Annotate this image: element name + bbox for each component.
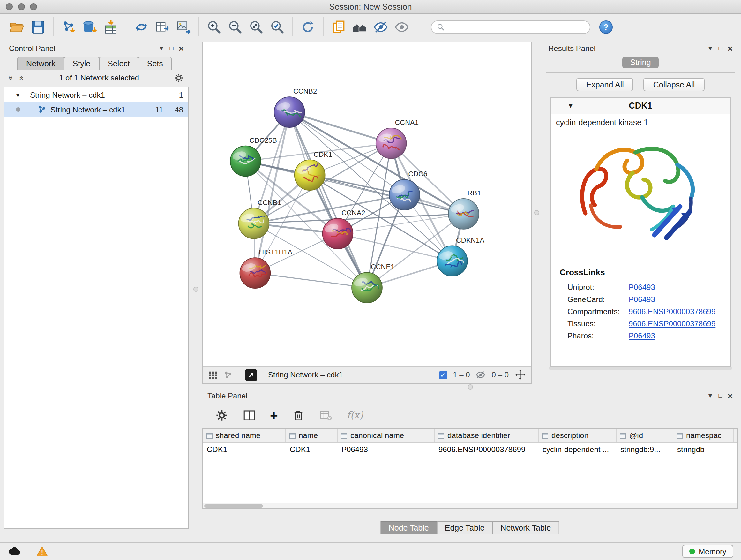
tab-network-table[interactable]: Network Table — [492, 521, 559, 535]
birds-eye-view-button[interactable] — [245, 369, 257, 381]
results-scrollbar[interactable] — [549, 367, 732, 370]
trash-icon[interactable] — [292, 408, 306, 422]
eye-icon — [394, 19, 410, 35]
column-header--id[interactable]: @id — [616, 429, 673, 442]
main-area: Control Panel ▼ □ × NetworkStyleSelectSe… — [0, 40, 741, 542]
column-header-canonical-name[interactable]: canonical name — [338, 429, 434, 442]
show-hidden-button[interactable] — [391, 17, 412, 37]
tree-expand-icon[interactable]: ▼ — [13, 91, 22, 98]
crosslink-link[interactable]: P06493 — [629, 331, 655, 340]
gene-section-header[interactable]: ▼ CDK1 — [551, 98, 730, 114]
section-expand-icon[interactable]: ▼ — [567, 102, 574, 109]
tab-edge-table[interactable]: Edge Table — [436, 521, 493, 535]
panel-close-icon[interactable]: × — [728, 391, 733, 400]
import-network-file-button[interactable] — [58, 17, 79, 37]
grid-view-icon[interactable] — [208, 370, 218, 380]
panel-menu-icon[interactable]: ▼ — [158, 45, 165, 52]
minimize-window-button[interactable] — [18, 3, 25, 10]
panel-float-icon[interactable]: □ — [719, 45, 723, 52]
network-view-icon[interactable] — [223, 370, 233, 380]
gear-icon[interactable] — [174, 73, 184, 83]
crosslink-link[interactable]: P06493 — [629, 283, 655, 292]
column-header-description[interactable]: description — [539, 429, 616, 442]
crosslink-link[interactable]: P06493 — [629, 295, 655, 304]
panel-menu-icon[interactable]: ▼ — [707, 393, 714, 399]
column-label: name — [299, 431, 318, 440]
crosslink-link[interactable]: 9606.ENSP00000378699 — [629, 307, 716, 316]
curved-arrows-icon — [133, 19, 149, 35]
zoom-selected-button[interactable] — [267, 17, 288, 37]
zoom-in-button[interactable] — [204, 17, 225, 37]
memory-button[interactable]: Memory — [682, 545, 733, 558]
cloud-icon[interactable] — [8, 544, 22, 558]
selected-checkbox[interactable]: ✓ — [439, 371, 447, 379]
close-window-button[interactable] — [6, 3, 13, 10]
network-node-ccnb2[interactable]: CCNB2 — [274, 87, 317, 127]
crosslink-link[interactable]: 9606.ENSP00000378699 — [629, 319, 716, 328]
zoom-window-button[interactable] — [30, 3, 37, 10]
collapse-all-button[interactable]: Collapse All — [644, 78, 704, 91]
network-collection-row[interactable]: ▼ String Network – cdk1 1 — [4, 87, 188, 102]
hide-unhide-button[interactable] — [370, 17, 391, 37]
expand-all-icon[interactable]: » — [6, 76, 16, 80]
panel-float-icon[interactable]: □ — [170, 45, 174, 52]
network-icon — [37, 105, 47, 114]
gear-icon[interactable] — [215, 408, 228, 422]
panel-menu-icon[interactable]: ▼ — [707, 45, 714, 52]
tab-network[interactable]: Network — [17, 57, 64, 70]
hidden-eye-icon[interactable] — [476, 370, 486, 380]
expand-all-button[interactable]: Expand All — [577, 78, 633, 91]
network-node-cdc25b[interactable]: CDC25B — [230, 136, 277, 177]
tab-sets[interactable]: Sets — [138, 57, 172, 70]
network-node-hist1h1a[interactable]: HIST1H1A — [240, 248, 293, 288]
results-panel-header: Results Panel ▼ □ × — [543, 42, 738, 56]
main-toolbar: ? — [0, 14, 741, 40]
open-session-button[interactable] — [6, 17, 27, 37]
network-node-rb1[interactable]: RB1 — [448, 189, 481, 229]
session-home-button[interactable] — [349, 17, 370, 37]
help-button[interactable]: ? — [599, 20, 613, 34]
add-column-button[interactable]: + — [270, 408, 278, 422]
import-network-database-button[interactable] — [79, 17, 100, 37]
pan-move-icon[interactable] — [515, 369, 526, 381]
network-edge[interactable] — [255, 273, 367, 288]
search-input[interactable] — [448, 22, 585, 31]
zoom-out-button[interactable] — [225, 17, 246, 37]
splitter-handle[interactable] — [534, 210, 539, 215]
tab-string[interactable]: String — [622, 57, 658, 68]
tab-select[interactable]: Select — [98, 57, 139, 70]
panel-close-icon[interactable]: × — [179, 44, 184, 53]
clone-network-button[interactable] — [328, 17, 349, 37]
panel-close-icon[interactable]: × — [728, 44, 733, 53]
zoom-fit-button[interactable] — [246, 17, 267, 37]
tab-node-table[interactable]: Node Table — [381, 521, 437, 535]
network-node-cdkn1a[interactable]: CDKN1A — [437, 236, 484, 276]
table-row[interactable]: CDK1CDK1P064939606.ENSP00000378699cyclin… — [203, 442, 737, 456]
import-table-file-button[interactable] — [100, 17, 121, 37]
panel-float-icon[interactable]: □ — [719, 393, 723, 399]
refresh-layout-button[interactable] — [297, 17, 319, 37]
select-columns-icon[interactable] — [243, 408, 256, 422]
network-node-ccnb1[interactable]: CCNB1 — [239, 199, 281, 239]
scrollbar-thumb[interactable] — [204, 504, 263, 508]
tab-style[interactable]: Style — [64, 57, 99, 70]
network-node-ccna1[interactable]: CCNA1 — [376, 118, 419, 159]
collapse-all-icon[interactable]: « — [17, 76, 27, 80]
column-header-namespac[interactable]: namespac — [673, 429, 734, 442]
network-canvas[interactable]: CCNB2CCNA1CDC25BCDK1CDC6RB1CCNB1CCNA2CDK… — [203, 42, 531, 366]
export-table-button[interactable] — [152, 17, 173, 37]
splitter-handle[interactable] — [193, 287, 199, 292]
column-header-shared-name[interactable]: shared name — [203, 429, 286, 442]
column-header-name[interactable]: name — [286, 429, 338, 442]
network-node-cdk1[interactable]: CDK1 — [294, 150, 332, 191]
network-row-selected[interactable]: String Network – cdk1 11 48 — [4, 102, 188, 117]
table-scrollbar[interactable] — [203, 503, 737, 508]
export-image-button[interactable] — [173, 17, 194, 37]
column-header-database-identifier[interactable]: database identifier — [434, 429, 539, 442]
save-session-button[interactable] — [27, 17, 49, 37]
network-arrows-button[interactable] — [131, 17, 152, 37]
warning-icon[interactable]: ! — [36, 545, 49, 558]
network-edge[interactable] — [289, 112, 367, 288]
network-edge[interactable] — [289, 112, 391, 143]
edge-count: 48 — [175, 105, 183, 114]
